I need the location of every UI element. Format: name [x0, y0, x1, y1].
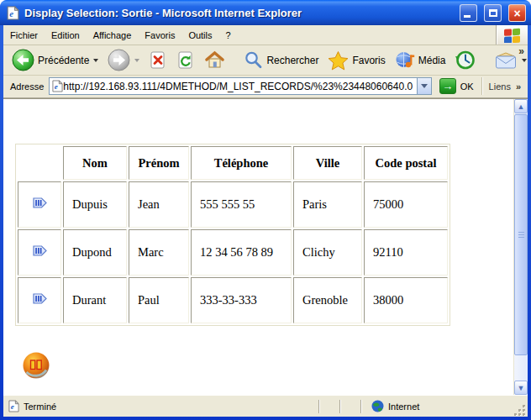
forward-button[interactable]: [104, 47, 143, 73]
table-cell: Clichy: [293, 229, 362, 276]
maximize-button[interactable]: [484, 4, 502, 22]
table-header: Téléphone: [191, 146, 292, 180]
table-cell: Jean: [129, 181, 189, 228]
go-label: OK: [460, 81, 474, 92]
menu-item-outils[interactable]: Outils: [181, 25, 218, 45]
menu-item-edition[interactable]: Edition: [45, 25, 87, 45]
status-text: Terminé: [24, 402, 56, 412]
security-zone-panel: Internet: [371, 400, 514, 412]
windows-logo-box: [496, 25, 528, 45]
media-icon: [395, 50, 415, 70]
scroll-up-button[interactable]: ▲: [514, 99, 528, 113]
record-detail-button[interactable]: [18, 229, 61, 276]
status-separator: [318, 400, 319, 413]
record-arrow-icon: [33, 197, 47, 208]
table-row: DupondMarc12 34 56 78 89Clichy92110: [18, 229, 448, 276]
window-title: Display Selection: Sortie - Microsoft In…: [24, 7, 453, 19]
refresh-icon: [176, 50, 195, 71]
menu-item-fichier[interactable]: Fichier: [3, 25, 45, 45]
address-combo: e: [49, 77, 431, 95]
ie-page-icon: e: [52, 80, 63, 92]
record-detail-button[interactable]: [18, 181, 61, 228]
scroll-down-button[interactable]: ▼: [514, 381, 528, 395]
chevron-down-icon: [421, 84, 428, 88]
search-label: Rechercher: [266, 55, 318, 66]
browser-window: e Display Selection: Sortie - Microsoft …: [0, 0, 531, 420]
address-label: Adresse: [10, 81, 44, 92]
back-button[interactable]: Précédente: [8, 47, 102, 73]
media-button[interactable]: Média: [392, 49, 450, 71]
status-separator: [339, 400, 340, 413]
table-cell: Paris: [293, 181, 362, 228]
home-button[interactable]: [201, 49, 229, 71]
status-bar: e Terminé Internet: [3, 395, 528, 417]
stop-icon: [149, 50, 167, 71]
search-button[interactable]: Rechercher: [240, 49, 322, 71]
ie-page-icon: e: [7, 6, 19, 20]
table-cell: 38000: [364, 277, 448, 323]
table-cell: 555 555 55: [191, 181, 292, 228]
minimize-button[interactable]: [460, 4, 477, 22]
zone-label: Internet: [388, 402, 419, 412]
status-left-panel: e Terminé: [8, 400, 308, 412]
toolbar-overflow-chevron[interactable]: »: [518, 45, 524, 57]
mail-icon: [495, 51, 518, 70]
table-cell: 75000: [364, 181, 448, 228]
table-row: DurantPaul333-33-333Grenoble38000: [18, 277, 448, 323]
refresh-button[interactable]: [173, 49, 198, 72]
records-table: NomPrénomTéléphoneVilleCode postal Dupui…: [15, 144, 450, 326]
mail-button[interactable]: [492, 50, 530, 71]
title-bar: e Display Selection: Sortie - Microsoft …: [0, 0, 531, 25]
go-button[interactable]: → OK: [437, 77, 476, 95]
table-cell: Grenoble: [293, 277, 362, 323]
table-cell: Paul: [129, 277, 189, 323]
media-label: Média: [418, 55, 446, 66]
stop-button[interactable]: [145, 49, 171, 72]
table-cell: 12 34 56 78 89: [191, 229, 292, 276]
back-label: Précédente: [38, 55, 89, 66]
table-cell: 92110: [364, 229, 448, 276]
table-cell: Durant: [63, 277, 127, 323]
history-button[interactable]: [451, 48, 480, 72]
address-input[interactable]: [63, 79, 416, 93]
address-bar: Adresse e → OK Liens »: [3, 76, 528, 98]
address-dropdown-button[interactable]: [417, 78, 431, 94]
record-arrow-icon: [33, 245, 47, 256]
close-button[interactable]: ×: [508, 4, 526, 22]
menu-bar: Fichier Edition Affichage Favoris Outils…: [3, 25, 528, 45]
svg-text:e: e: [55, 82, 58, 91]
forward-dropdown-caret: [134, 59, 139, 62]
ie-page-icon: e: [8, 400, 19, 412]
links-label[interactable]: Liens: [489, 81, 511, 92]
favorites-button[interactable]: Favoris: [324, 49, 388, 72]
windows-flag-icon: [503, 27, 521, 43]
svg-text:e: e: [11, 402, 14, 411]
table-header-row: NomPrénomTéléphoneVilleCode postal: [18, 146, 448, 180]
forward-arrow-icon: [108, 49, 130, 71]
4d-logo-icon[interactable]: [22, 351, 50, 380]
links-chevron[interactable]: »: [516, 81, 521, 92]
menu-item-aide[interactable]: ?: [219, 25, 238, 45]
menu-item-affichage[interactable]: Affichage: [87, 25, 139, 45]
menu-item-favoris[interactable]: Favoris: [138, 25, 181, 45]
minimize-icon: [464, 15, 471, 18]
table-cell: 333-33-333: [191, 277, 292, 323]
standard-toolbar: Précédente: [3, 45, 528, 76]
svg-text:e: e: [9, 8, 13, 18]
record-detail-button[interactable]: [18, 277, 61, 323]
table-row: DupuisJean555 555 55Paris75000: [18, 181, 448, 228]
records-table-body: DupuisJean555 555 55Paris75000 DupondMar…: [18, 181, 448, 323]
star-icon: [328, 50, 349, 71]
back-dropdown-caret: [93, 59, 98, 62]
resize-grip[interactable]: [514, 405, 526, 417]
menu-spacer: [238, 25, 496, 45]
scrollbar-thumb[interactable]: [514, 114, 528, 355]
search-icon: [244, 50, 263, 70]
vertical-scrollbar[interactable]: ▲ ▼: [513, 99, 528, 395]
table-cell: Dupond: [63, 229, 127, 276]
scrollbar-grip: [518, 232, 524, 239]
window-client-area: Fichier Edition Affichage Favoris Outils…: [3, 25, 528, 417]
close-icon: ×: [509, 6, 525, 21]
links-zone: Liens »: [481, 77, 524, 95]
scrollbar-track[interactable]: [514, 113, 528, 381]
